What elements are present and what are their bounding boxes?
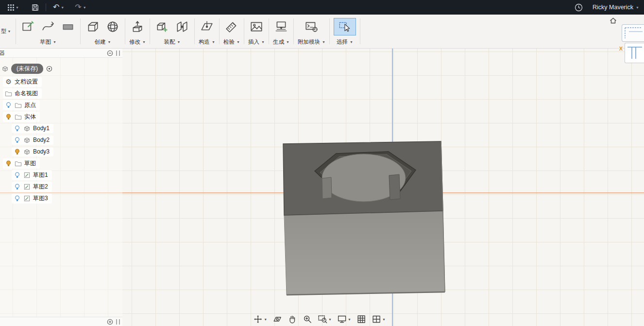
viewcube-face-partial-2[interactable] — [625, 43, 644, 63]
view-home-button[interactable] — [610, 17, 617, 25]
viewcube-face-partial[interactable] — [622, 24, 644, 42]
panel-drag-handle[interactable] — [116, 319, 120, 325]
press-pull-button[interactable] — [129, 18, 146, 35]
topbar: ▼ ↶ ▼ ↷ ▼ Ricky Maverick ▼ — [0, 0, 644, 15]
caret-down-icon: ▼ — [177, 40, 181, 44]
insert-menu[interactable]: 插入 ▼ — [248, 38, 265, 46]
visibility-bulb-icon[interactable] — [5, 160, 12, 167]
browser-panel-header: 器 — [0, 49, 122, 58]
browser-row-body3[interactable]: Body3 — [0, 146, 122, 157]
fusion-window: ▼ ↶ ▼ ↷ ▼ Ricky Maverick ▼ — [0, 0, 644, 326]
visibility-bulb-icon[interactable] — [5, 113, 12, 120]
visibility-bulb-icon[interactable] — [5, 102, 12, 109]
expand-panel-button[interactable] — [107, 319, 113, 325]
assemble-menu-label: 装配 — [164, 38, 175, 46]
press-pull-icon — [131, 20, 144, 34]
clock-icon — [575, 3, 583, 12]
display-settings-button[interactable]: ▼ — [337, 314, 352, 325]
visibility-bulb-icon[interactable] — [14, 172, 21, 179]
row-content: 草图2 — [12, 182, 52, 192]
fit-curves-button[interactable] — [40, 18, 56, 35]
workspace-switcher[interactable]: 型 ▼ — [0, 15, 16, 48]
browser-row-named-views[interactable]: 命名视图 — [0, 87, 122, 99]
row-label: 文档设置 — [15, 78, 38, 86]
caret-down-icon: ▼ — [286, 40, 289, 44]
addins-menu[interactable]: 附加模块 ▼ — [298, 38, 325, 46]
zoom-window-button[interactable]: ▼ — [317, 314, 332, 325]
row-content: Body3 — [12, 147, 53, 156]
browser-row-origin[interactable]: 原点 — [0, 99, 122, 111]
inspect-menu[interactable]: 检验 ▼ — [223, 38, 240, 46]
create-coil-button[interactable] — [104, 18, 121, 35]
job-status-button[interactable] — [572, 2, 586, 13]
visibility-bulb-icon[interactable] — [14, 195, 21, 202]
pan-button[interactable] — [287, 314, 298, 325]
browser-panel: 器 (未保存) ⚙ 文档设置 — [0, 49, 122, 326]
folder-icon — [15, 160, 22, 167]
joint-button[interactable] — [174, 18, 190, 35]
viewcube-sketch-marks — [625, 43, 644, 63]
data-panel-button[interactable]: ▼ — [5, 3, 22, 12]
browser-document-row[interactable]: (未保存) — [0, 62, 122, 75]
redo-button[interactable]: ↷ ▼ — [72, 2, 89, 13]
toolbar-group-construct: 构造 ▼ — [195, 15, 219, 48]
model-wall-tab-right[interactable] — [389, 174, 400, 200]
toolbar-group-assemble: 装配 ▼ — [150, 15, 194, 48]
browser-row-sketch3[interactable]: 草图3 — [0, 192, 122, 204]
grid-and-snaps-button[interactable] — [356, 314, 367, 325]
browser-row-body2[interactable]: Body2 — [0, 134, 122, 146]
browser-tree: (未保存) ⚙ 文档设置 命名视图 — [0, 58, 122, 317]
construct-menu[interactable]: 构造 ▼ — [199, 38, 215, 46]
browser-row-sketch1[interactable]: 草图1 — [0, 169, 122, 181]
look-at-button[interactable] — [272, 314, 283, 325]
make-menu[interactable]: 生成 ▼ — [273, 38, 289, 46]
viewports-button[interactable]: ▼ — [371, 314, 386, 325]
save-button[interactable] — [29, 2, 42, 13]
orbit-button[interactable]: ▼ — [253, 314, 268, 325]
insert-image-button[interactable] — [248, 18, 265, 35]
user-account-menu[interactable]: Ricky Maverick ▼ — [593, 4, 639, 11]
toolbar-group-modify: 修改 ▼ — [125, 15, 150, 48]
model-front-face[interactable] — [284, 211, 445, 295]
measure-button[interactable] — [223, 18, 240, 35]
browser-row-body1[interactable]: Body1 — [0, 122, 122, 134]
activate-target-icon[interactable] — [46, 65, 53, 72]
folder-icon — [15, 102, 22, 109]
browser-row-sketches[interactable]: 草图 — [0, 157, 122, 169]
sketch-menu[interactable]: 草图 ▼ — [40, 38, 56, 46]
select-menu-label: 选择 — [337, 38, 348, 46]
visibility-bulb-icon[interactable] — [14, 148, 21, 155]
rectangle-tool-button[interactable] — [60, 18, 76, 35]
undo-button[interactable]: ↶ ▼ — [50, 2, 67, 13]
row-content: 草图1 — [12, 170, 52, 180]
row-label: 草图3 — [33, 194, 48, 203]
select-menu[interactable]: 选择 ▼ — [337, 38, 353, 46]
new-component-button[interactable] — [154, 18, 170, 35]
panel-drag-handle[interactable] — [116, 51, 120, 56]
measure-ruler-icon — [225, 20, 238, 34]
inspect-menu-label: 检验 — [223, 38, 235, 46]
collapse-panel-button[interactable] — [107, 50, 113, 56]
save-icon — [32, 4, 39, 11]
scripts-addins-button[interactable] — [303, 18, 320, 35]
create-menu[interactable]: 创建 ▼ — [95, 38, 111, 46]
visibility-bulb-icon[interactable] — [14, 125, 21, 132]
modify-menu[interactable]: 修改 ▼ — [129, 38, 146, 46]
visibility-bulb-icon[interactable] — [14, 137, 21, 144]
lattice-sphere-icon — [106, 20, 119, 34]
create-box-button[interactable] — [85, 18, 101, 35]
browser-row-bodies[interactable]: 实体 — [0, 111, 122, 122]
browser-row-sketch2[interactable]: 草图2 — [0, 181, 122, 192]
visibility-bulb-icon[interactable] — [14, 183, 21, 190]
construction-plane-button[interactable] — [199, 18, 215, 35]
make-3d-print-button[interactable] — [273, 18, 289, 35]
toolbar-group-make: 生成 ▼ — [269, 15, 293, 48]
browser-row-document-settings[interactable]: ⚙ 文档设置 — [0, 76, 122, 87]
zoom-button[interactable] — [302, 314, 313, 325]
create-sketch-button[interactable] — [20, 18, 36, 35]
caret-down-icon: ▼ — [83, 6, 86, 9]
assemble-menu[interactable]: 装配 ▼ — [164, 38, 181, 46]
navigation-bar: ▼ — [253, 314, 386, 325]
model-wall-tab-left[interactable] — [322, 177, 332, 199]
select-tool-button[interactable] — [334, 18, 356, 35]
